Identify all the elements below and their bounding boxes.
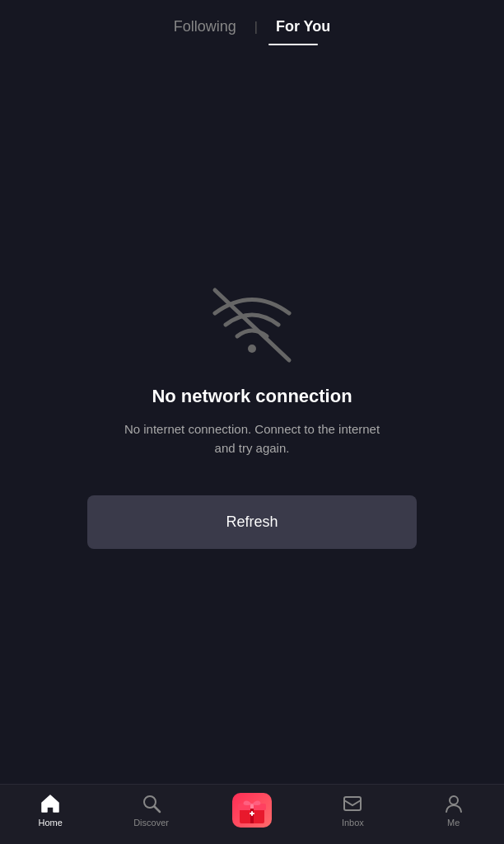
bottom-navigation: Home Discover [0,784,504,844]
tab-following[interactable]: Following [167,15,243,39]
add-button[interactable] [232,793,272,828]
profile-icon [443,793,464,814]
svg-rect-10 [344,797,361,810]
svg-point-11 [450,796,458,804]
home-label: Home [39,818,63,828]
nav-item-home[interactable]: Home [17,793,83,828]
nav-item-add[interactable] [219,793,285,828]
nav-item-discover[interactable]: Discover [119,793,184,828]
no-wifi-icon [203,282,301,364]
inbox-label: Inbox [342,818,364,828]
svg-line-3 [154,807,160,813]
error-title: No network connection [152,386,352,407]
refresh-button[interactable]: Refresh [87,495,417,549]
tab-for-you[interactable]: For You [269,15,337,39]
discover-label: Discover [133,818,169,828]
active-tab-indicator [268,44,318,45]
home-icon [40,793,61,814]
me-label: Me [447,818,460,828]
inbox-icon [342,793,363,814]
error-subtitle: No internet connection. Connect to the i… [120,420,384,457]
top-navigation: Following | For You [0,0,504,47]
search-icon [141,793,162,814]
svg-rect-9 [251,811,253,816]
nav-item-me[interactable]: Me [421,793,487,828]
nav-item-inbox[interactable]: Inbox [320,793,385,828]
nav-divider: | [254,20,258,35]
gift-icon [234,792,270,828]
main-content: No network connection No internet connec… [0,47,504,784]
svg-point-0 [248,345,256,353]
